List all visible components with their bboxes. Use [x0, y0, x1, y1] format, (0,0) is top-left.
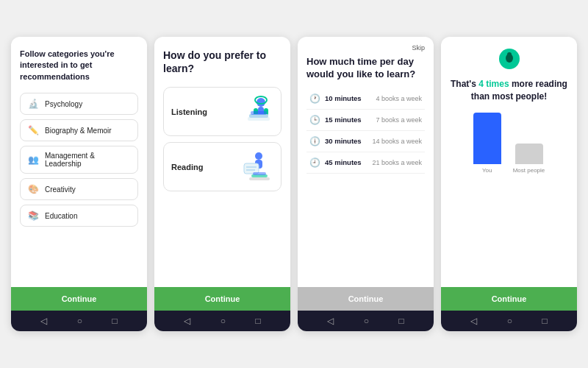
home-icon-4[interactable]: ○	[507, 316, 512, 326]
svg-rect-10	[244, 163, 259, 174]
nav-bar-4: ◁ ○ □	[441, 311, 577, 331]
time-icon-15: 🕒	[309, 115, 320, 125]
category-creativity[interactable]: 🎨 Creativity	[20, 178, 138, 200]
svg-rect-14	[253, 172, 266, 175]
time-option-10[interactable]: 🕐 10 minutes 4 books a week	[306, 88, 425, 110]
svg-rect-7	[251, 111, 267, 115]
svg-point-0	[257, 98, 265, 107]
time-option-45[interactable]: 🕘 45 minutes 21 books a week	[306, 152, 425, 174]
recent-icon-4[interactable]: □	[542, 316, 548, 326]
nav-bar-2: ◁ ○ □	[154, 311, 290, 331]
title-part1: That's	[451, 79, 478, 89]
back-icon-4[interactable]: ◁	[470, 316, 477, 326]
home-icon-3[interactable]: ○	[364, 316, 369, 326]
reading-label: Reading	[171, 163, 203, 171]
svg-point-18	[507, 52, 512, 57]
continue-button-2[interactable]: Continue	[154, 287, 290, 311]
time-label-45: 45 minutes	[325, 158, 362, 166]
psychology-icon: 🔬	[28, 99, 39, 109]
bar-most	[515, 144, 543, 164]
screen4-title: That's 4 times more reading than most pe…	[450, 78, 568, 103]
category-psychology[interactable]: 🔬 Psychology	[20, 93, 138, 115]
back-icon-2[interactable]: ◁	[184, 316, 190, 326]
screen-learn-style: How do you prefer to learn? Listening Re…	[154, 37, 290, 331]
recent-icon-2[interactable]: □	[256, 316, 261, 326]
continue-button-1[interactable]: Continue	[11, 287, 147, 311]
time-label-10: 10 minutes	[325, 94, 362, 102]
recent-icon-3[interactable]: □	[399, 316, 404, 326]
category-label-education: Education	[45, 212, 77, 220]
time-icon-30: 🕕	[309, 136, 320, 146]
continue-button-4[interactable]: Continue	[441, 287, 577, 311]
bar-you-group: You	[473, 113, 501, 174]
biography-icon: ✏️	[28, 125, 39, 135]
category-education[interactable]: 📚 Education	[20, 205, 138, 227]
category-label-biography: Biography & Memoir	[45, 127, 112, 135]
books-label-45: 21 books a week	[372, 159, 422, 166]
recent-icon-1[interactable]: □	[112, 316, 118, 326]
home-icon-2[interactable]: ○	[220, 316, 226, 326]
reading-illustration	[233, 150, 273, 183]
screen3-title: How much time per day would you like to …	[306, 56, 425, 81]
category-label-creativity: Creativity	[45, 185, 76, 194]
nav-bar-1: ◁ ○ □	[11, 311, 147, 331]
bar-you	[473, 113, 501, 164]
books-label-10: 4 books a week	[376, 95, 422, 102]
screen-result: That's 4 times more reading than most pe…	[441, 37, 577, 331]
category-biography[interactable]: ✏️ Biography & Memoir	[20, 119, 138, 141]
books-label-30: 14 books a week	[372, 138, 422, 145]
nav-bar-3: ◁ ○ □	[298, 311, 434, 331]
category-label-psychology: Psychology	[45, 100, 82, 108]
skip-button[interactable]: Skip	[306, 44, 425, 52]
screen-categories: Follow categories you're interested in t…	[11, 37, 147, 331]
comparison-chart: You Most people	[473, 115, 545, 174]
listening-label: Listening	[171, 107, 207, 116]
category-management[interactable]: 👥 Management & Leadership	[20, 146, 138, 174]
bar-most-group: Most people	[513, 144, 545, 174]
screen-time-per-day: Skip How much time per day would you lik…	[298, 37, 434, 331]
bar-most-label: Most people	[513, 167, 545, 174]
listening-illustration	[233, 95, 273, 128]
option-reading[interactable]: Reading	[163, 142, 282, 191]
option-listening[interactable]: Listening	[163, 87, 282, 136]
screen1-title: Follow categories you're interested in t…	[20, 49, 138, 82]
management-icon: 👥	[28, 155, 39, 165]
time-icon-45: 🕘	[309, 158, 320, 168]
back-icon-3[interactable]: ◁	[327, 316, 334, 326]
time-option-30[interactable]: 🕕 30 minutes 14 books a week	[306, 131, 425, 152]
back-icon-1[interactable]: ◁	[40, 316, 47, 326]
bar-you-label: You	[482, 167, 492, 174]
svg-rect-15	[249, 177, 270, 180]
time-option-15[interactable]: 🕒 15 minutes 7 books a week	[306, 110, 425, 131]
category-label-management: Management & Leadership	[45, 152, 130, 168]
time-label-15: 15 minutes	[325, 116, 362, 124]
education-icon: 📚	[28, 210, 39, 221]
books-label-15: 7 books a week	[376, 116, 422, 124]
continue-button-3[interactable]: Continue	[298, 287, 434, 311]
screen2-title: How do you prefer to learn?	[163, 49, 282, 75]
time-icon-10: 🕐	[309, 93, 320, 104]
creativity-icon: 🎨	[28, 184, 39, 194]
highlight-text: 4 times	[478, 79, 509, 89]
brand-logo	[499, 49, 520, 69]
time-label-30: 30 minutes	[325, 137, 362, 145]
home-icon-1[interactable]: ○	[77, 316, 82, 326]
svg-point-8	[255, 152, 262, 160]
